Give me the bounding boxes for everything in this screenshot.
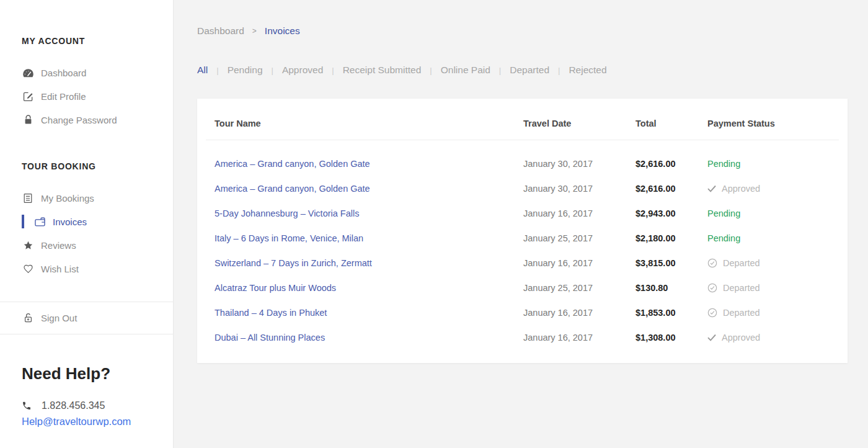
travel-date: January 25, 2017 (523, 233, 636, 243)
payment-status: Approved (707, 333, 830, 343)
payment-status-label: Departed (723, 258, 760, 268)
departed-circle-check-icon (707, 258, 717, 268)
payment-status-label: Approved (722, 333, 760, 343)
sidebar-item-change-password[interactable]: Change Password (0, 108, 173, 132)
tab-separator: | (272, 66, 273, 75)
filter-tabs: All | Pending | Approved | Receipt Submi… (197, 65, 848, 76)
filter-tab[interactable]: Rejected (569, 65, 606, 76)
table-row: Thailand – 4 Days in Phuket January 16, … (206, 300, 839, 325)
tour-name-link[interactable]: Switzerland – 7 Days in Zurich, Zermatt (215, 258, 523, 268)
table-row: Alcatraz Tour plus Muir Woods January 25… (206, 276, 839, 300)
filter-tab[interactable]: All (197, 65, 208, 76)
edit-profile-icon (22, 91, 34, 102)
filter-tab[interactable]: Approved (282, 65, 323, 76)
main-content: Dashboard > Invoices All | Pending | App… (174, 0, 868, 448)
payment-status: Departed (707, 258, 830, 268)
filter-tab[interactable]: Pending (228, 65, 263, 76)
tour-name-link[interactable]: Thailand – 4 Days in Phuket (215, 308, 523, 318)
dashboard-icon (22, 68, 34, 78)
travel-date: January 16, 2017 (523, 208, 636, 218)
help-phone: 1.828.456.345 (22, 400, 173, 411)
sidebar-item-label: Sign Out (41, 313, 77, 323)
sidebar-item-label: My Bookings (41, 193, 94, 204)
phone-icon (22, 401, 32, 411)
tour-name-link[interactable]: 5-Day Johannesburg – Victoria Falls (215, 208, 523, 218)
tab-separator: | (558, 66, 560, 75)
sidebar-item-dashboard[interactable]: Dashboard (0, 61, 173, 84)
table-row: America – Grand canyon, Golden Gate Janu… (206, 176, 839, 201)
table-row: Dubai – All Stunning Places January 16, … (206, 325, 839, 350)
total-amount: $1,853.00 (636, 308, 707, 318)
heart-icon (22, 264, 34, 274)
total-amount: $2,943.00 (636, 208, 707, 218)
my-account-heading: MY ACCOUNT (22, 36, 173, 46)
lock-icon (22, 114, 34, 125)
sidebar-item-sign-out[interactable]: Sign Out (0, 306, 173, 329)
payment-status: Pending (707, 208, 830, 218)
payment-status-label: Pending (707, 208, 740, 218)
breadcrumb-dashboard-link[interactable]: Dashboard (197, 25, 244, 37)
need-help-heading: Need Help? (22, 364, 173, 383)
total-amount: $3,815.00 (636, 258, 707, 268)
departed-circle-check-icon (707, 308, 717, 318)
sidebar-item-my-bookings[interactable]: My Bookings (0, 186, 173, 210)
tab-separator: | (332, 66, 334, 75)
total-amount: $1,308.00 (636, 333, 707, 343)
table-row: 5-Day Johannesburg – Victoria Falls Janu… (206, 201, 839, 226)
total-amount: $2,616.00 (636, 184, 707, 194)
breadcrumb: Dashboard > Invoices (197, 25, 848, 37)
travel-date: January 25, 2017 (523, 283, 636, 293)
travel-date: January 30, 2017 (523, 159, 636, 169)
payment-status-label: Departed (723, 308, 760, 318)
payment-status: Departed (707, 283, 830, 293)
table-header-row: Tour Name Travel Date Total Payment Stat… (206, 117, 839, 130)
departed-circle-check-icon (707, 283, 717, 293)
travel-date: January 16, 2017 (523, 258, 636, 268)
sidebar-item-label: Reviews (41, 240, 76, 251)
tour-booking-heading: TOUR BOOKING (22, 161, 173, 171)
payment-status-label: Departed (723, 283, 760, 293)
tour-name-link[interactable]: America – Grand canyon, Golden Gate (215, 184, 523, 194)
sidebar-item-reviews[interactable]: Reviews (0, 233, 173, 257)
column-header-travel-date: Travel Date (523, 117, 636, 130)
tour-name-link[interactable]: Italy – 6 Days in Rome, Venice, Milan (215, 233, 523, 243)
sidebar-item-label: Wish List (41, 264, 79, 274)
payment-status-label: Pending (707, 233, 740, 243)
travel-date: January 30, 2017 (523, 184, 636, 194)
total-amount: $130.80 (636, 283, 707, 293)
help-email-link[interactable]: Help@traveltourwp.com (22, 416, 173, 428)
tour-name-link[interactable]: Dubai – All Stunning Places (215, 333, 523, 343)
filter-tab[interactable]: Departed (510, 65, 549, 76)
travel-date: January 16, 2017 (523, 308, 636, 318)
wallet-icon (33, 217, 46, 227)
unlock-icon (22, 312, 34, 323)
payment-status-label: Pending (707, 159, 740, 169)
table-row: Switzerland – 7 Days in Zurich, Zermatt … (206, 251, 839, 276)
invoice-rows: America – Grand canyon, Golden Gate Janu… (206, 151, 839, 350)
table-header-rule (206, 140, 839, 140)
tour-name-link[interactable]: America – Grand canyon, Golden Gate (215, 159, 523, 169)
tour-booking-nav: My Bookings Invoices Reviews (0, 186, 173, 280)
sidebar-item-wish-list[interactable]: Wish List (0, 257, 173, 280)
active-indicator-bar (22, 215, 24, 228)
sidebar-item-invoices[interactable]: Invoices (0, 210, 173, 233)
payment-status: Pending (707, 159, 830, 169)
sidebar-divider-bottom (0, 334, 173, 334)
sidebar-item-label: Invoices (53, 217, 87, 227)
tour-name-link[interactable]: Alcatraz Tour plus Muir Woods (215, 283, 523, 293)
travel-date: January 16, 2017 (523, 333, 636, 343)
column-header-total: Total (636, 117, 707, 130)
total-amount: $2,616.00 (636, 159, 707, 169)
approved-check-icon (707, 185, 716, 192)
star-icon (22, 240, 34, 251)
payment-status: Approved (707, 184, 830, 194)
sidebar-item-edit-profile[interactable]: Edit Profile (0, 84, 173, 108)
column-header-payment-status: Payment Status (707, 117, 830, 130)
breadcrumb-separator-icon: > (252, 27, 257, 35)
my-account-nav: Dashboard Edit Profile Change Password (0, 61, 173, 132)
filter-tab[interactable]: Online Paid (441, 65, 490, 76)
filter-tab[interactable]: Receipt Submitted (343, 65, 422, 76)
tab-separator: | (216, 66, 218, 75)
phone-number: 1.828.456.345 (42, 400, 105, 411)
bookings-icon (22, 193, 34, 204)
